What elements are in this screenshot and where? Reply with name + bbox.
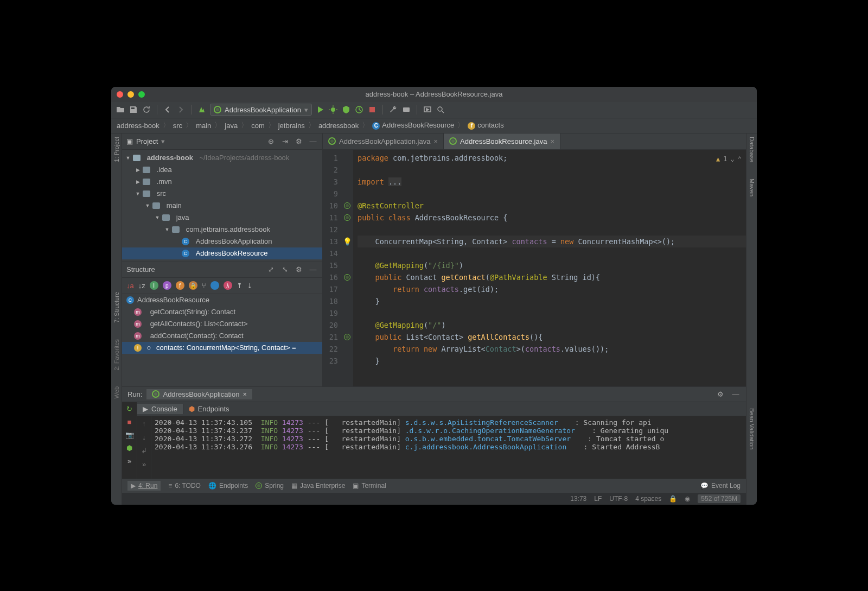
search-icon[interactable]	[436, 105, 445, 115]
code-area[interactable]: 12391011121314151617181920212223 💡 ▲ 1 ⌄…	[323, 150, 746, 386]
tab-app[interactable]: AddressBookApplication.java ×	[323, 134, 444, 149]
chevron-up-icon[interactable]: ⌃	[738, 153, 742, 165]
tab-web[interactable]: Web	[113, 386, 120, 398]
bb-terminal[interactable]: ▣ Terminal	[353, 482, 386, 490]
sort2-icon[interactable]: ↓z	[138, 282, 145, 290]
bb-javaee[interactable]: ▦ Java Enterprise	[291, 482, 345, 490]
gear-icon[interactable]: ⚙	[716, 389, 725, 399]
stop-icon[interactable]	[367, 105, 377, 115]
line-sep[interactable]: LF	[594, 495, 602, 503]
wrench-icon[interactable]	[388, 105, 398, 115]
filter-o-icon[interactable]	[210, 281, 219, 290]
structure-list[interactable]: CAddressBookResource m getContact(String…	[122, 294, 322, 386]
bc-3[interactable]: java	[225, 122, 238, 130]
profile-icon[interactable]	[354, 105, 364, 115]
run-config-combo[interactable]: AddressBookApplication ▾	[210, 104, 312, 116]
run-config-tab[interactable]: AddressBookApplication ×	[146, 389, 252, 399]
expand-icon[interactable]: ⤢	[266, 265, 276, 275]
tab-database[interactable]: Database	[749, 137, 755, 162]
presentation-icon[interactable]	[423, 105, 432, 115]
tab-maven[interactable]: Maven	[749, 179, 755, 196]
more-icon[interactable]: »	[125, 456, 135, 466]
hide-icon[interactable]: —	[308, 265, 318, 275]
chevron-down-icon[interactable]: ⌄	[731, 153, 735, 165]
endpoints-tab[interactable]: ⬢ Endpoints	[183, 404, 235, 414]
back-icon[interactable]	[163, 105, 173, 115]
bb-endpoints[interactable]: 🌐 Endpoints	[208, 482, 248, 490]
stop-icon[interactable]: ■	[125, 417, 135, 427]
console-tab[interactable]: ▶ Console	[137, 404, 183, 414]
save-icon[interactable]	[129, 105, 138, 115]
camera-icon[interactable]: 📷	[125, 430, 135, 440]
bb-eventlog[interactable]: 💬 Event Log	[700, 482, 741, 490]
bc-2[interactable]: main	[196, 122, 211, 130]
console-output[interactable]: 2020-04-13 11:37:43.105 INFO 14273 --- […	[151, 416, 746, 479]
hide-icon[interactable]: —	[731, 389, 741, 399]
bc-5[interactable]: jetbrains	[278, 122, 305, 130]
warning-icon: ▲	[716, 153, 720, 165]
forward-icon[interactable]	[176, 105, 186, 115]
close-icon[interactable]: ×	[550, 137, 554, 145]
debug-icon[interactable]	[328, 105, 338, 115]
bc-6[interactable]: addressbook	[318, 122, 359, 130]
caret-pos[interactable]: 13:73	[570, 495, 586, 503]
bb-spring[interactable]: Spring	[256, 482, 284, 490]
bc-1[interactable]: src	[173, 122, 182, 130]
autoscroll-to-icon[interactable]: ⤒	[237, 282, 242, 290]
gear-icon[interactable]: ⚙	[294, 136, 304, 146]
run-config-label: AddressBookApplication	[225, 106, 301, 114]
filter-p-icon[interactable]: p	[163, 281, 171, 290]
tab-structure[interactable]: 7: Structure	[113, 292, 120, 323]
lock-icon[interactable]: 🔒	[669, 495, 677, 503]
structure-toolbar: ↓a ↓z I p f 🔒 ⑂ λ ⤒ ⤓	[122, 278, 322, 294]
sort-icon[interactable]: ↓a	[126, 282, 134, 290]
up-icon[interactable]: ↑	[142, 420, 146, 428]
open-icon[interactable]	[116, 105, 125, 115]
target-icon[interactable]: ⊕	[266, 136, 276, 146]
project-title[interactable]: Project	[136, 137, 158, 145]
rerun-icon[interactable]: ↻	[125, 404, 135, 414]
bc-8[interactable]: fcontacts	[468, 121, 503, 130]
spring-icon	[328, 137, 336, 145]
encoding[interactable]: UTF-8	[609, 495, 628, 503]
bb-todo[interactable]: ≡ 6: TODO	[168, 482, 201, 490]
close-icon[interactable]: ×	[242, 390, 247, 398]
more-icon[interactable]: »	[142, 460, 146, 468]
project-tree[interactable]: ▼ address-book ~/IdeaProjects/address-bo…	[122, 150, 322, 262]
spring-icon	[152, 390, 159, 398]
bc-0[interactable]: address-book	[117, 122, 159, 130]
build-icon[interactable]	[197, 105, 207, 115]
left-tool-strip: 1: Project 7: Structure 2: Favorites Web	[111, 134, 122, 505]
bc-4[interactable]: com	[251, 122, 265, 130]
filter-f-icon[interactable]: f	[176, 281, 184, 290]
close-icon[interactable]: ×	[433, 137, 438, 145]
chevron-down-icon[interactable]: ▾	[161, 137, 165, 145]
inspect-icon[interactable]: ◉	[685, 495, 690, 503]
hide-icon[interactable]: —	[308, 136, 318, 146]
filter-i-icon[interactable]: I	[150, 281, 158, 290]
memory[interactable]: 552 of 725M	[698, 494, 741, 503]
wrap-icon[interactable]: ↲	[141, 447, 147, 455]
attach-icon[interactable]	[401, 105, 411, 115]
filter-lock-icon[interactable]: 🔒	[189, 281, 197, 290]
run-side-toolbar: ↻ ■ 📷 ⬢ »	[122, 402, 137, 479]
down-icon[interactable]: ↓	[142, 433, 146, 441]
coverage-icon[interactable]	[341, 105, 351, 115]
gear-icon[interactable]: ⚙	[294, 265, 304, 275]
indent[interactable]: 4 spaces	[635, 495, 661, 503]
bb-run[interactable]: ▶ 4: Run	[127, 481, 161, 491]
tab-bean[interactable]: Bean Validation	[749, 408, 755, 449]
tab-favorites[interactable]: 2: Favorites	[113, 339, 120, 370]
run-icon[interactable]	[315, 105, 325, 115]
debug-icon[interactable]: ⬢	[125, 443, 135, 453]
filter-l-icon[interactable]: λ	[224, 281, 232, 290]
autoscroll-from-icon[interactable]: ⤓	[247, 282, 253, 290]
sync-icon[interactable]	[142, 105, 151, 115]
collapse-icon[interactable]: ⤡	[280, 265, 290, 275]
bc-7[interactable]: CAddressBookResource	[372, 121, 454, 130]
collapse-icon[interactable]: ⇥	[280, 136, 290, 146]
tab-resource[interactable]: AddressBookResource.java ×	[444, 134, 560, 149]
inspection-bar[interactable]: ▲ 1 ⌄ ⌃	[716, 153, 742, 165]
filter-y-icon[interactable]: ⑂	[202, 282, 206, 290]
tab-project[interactable]: 1: Project	[113, 137, 120, 162]
